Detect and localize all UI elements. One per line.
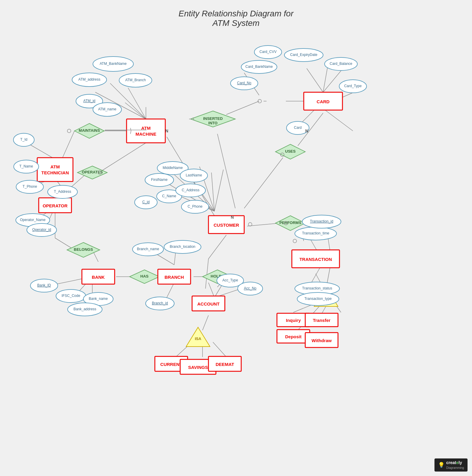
svg-text:TRANSACTION: TRANSACTION: [299, 257, 332, 262]
svg-line-54: [301, 109, 316, 123]
svg-text:BELONGS: BELONGS: [74, 247, 93, 252]
svg-text:Bank_name: Bank_name: [89, 297, 108, 301]
svg-line-1: [63, 131, 74, 158]
svg-line-53: [323, 109, 353, 131]
canvas: Entity Relationship Diagram for ATM Syst…: [0, 0, 472, 476]
svg-point-214: [258, 99, 261, 103]
svg-text:Transaction_id: Transaction_id: [310, 219, 333, 223]
svg-line-8: [27, 143, 55, 159]
svg-text:T_Id: T_Id: [20, 137, 27, 142]
watermark: 💡 creately Diagramming: [434, 458, 468, 472]
svg-text:CARD: CARD: [317, 99, 329, 104]
svg-text:Inquiry: Inquiry: [286, 318, 301, 323]
svg-rect-90: [127, 119, 165, 143]
svg-line-68: [205, 259, 208, 289]
svg-line-50: [323, 67, 328, 92]
svg-text:PERFORMS: PERFORMS: [279, 220, 301, 225]
svg-text:LastName: LastName: [186, 173, 202, 177]
svg-text:ACCOUNT: ACCOUNT: [197, 301, 220, 306]
svg-text:DEEMAT: DEEMAT: [216, 362, 234, 367]
svg-point-211: [248, 223, 252, 226]
svg-text:CUSTOMER: CUSTOMER: [214, 223, 239, 228]
svg-text:C_Address: C_Address: [182, 188, 199, 192]
svg-line-25: [174, 251, 176, 265]
svg-text:Operator_Name: Operator_Name: [20, 218, 46, 222]
svg-text:FirstName: FirstName: [151, 178, 168, 182]
svg-line-67: [208, 235, 226, 259]
svg-text:N: N: [231, 215, 234, 220]
svg-rect-93: [37, 158, 73, 181]
svg-line-47: [226, 101, 259, 115]
svg-text:Acc_Type: Acc_Type: [222, 278, 238, 282]
svg-line-29: [208, 283, 214, 298]
svg-text:N: N: [165, 129, 168, 133]
svg-line-32: [202, 315, 208, 330]
svg-text:T_Phone: T_Phone: [23, 184, 37, 189]
svg-text:CURRENT: CURRENT: [160, 362, 182, 367]
svg-text:T_Address: T_Address: [54, 190, 71, 194]
svg-line-49: [307, 68, 323, 92]
svg-text:Transaction_status: Transaction_status: [302, 286, 332, 290]
svg-text:Card_BankName: Card_BankName: [245, 65, 273, 69]
svg-text:MAINTAINS: MAINTAINS: [79, 128, 100, 133]
svg-text:ATM_BankName: ATM_BankName: [100, 62, 127, 66]
svg-text:TECHNICIAN: TECHNICIAN: [41, 170, 69, 175]
svg-text:Branch_name: Branch_name: [137, 247, 159, 251]
svg-line-12: [101, 143, 146, 171]
svg-text:Card_ExpiryDate: Card_ExpiryDate: [290, 53, 317, 57]
svg-text:T_Name: T_Name: [19, 164, 33, 168]
svg-text:ATM_Branch: ATM_Branch: [125, 78, 146, 82]
svg-text:MiddleName: MiddleName: [163, 166, 183, 170]
svg-text:Operator_id: Operator_id: [32, 228, 51, 232]
svg-text:ATM_address: ATM_address: [78, 77, 100, 82]
svg-text:HAS: HAS: [140, 274, 149, 278]
svg-text:SAVINGS: SAVINGS: [188, 365, 208, 370]
svg-line-57: [244, 158, 283, 208]
svg-text:USES: USES: [285, 149, 296, 154]
brand-text: creately Diagramming: [446, 460, 464, 470]
svg-text:Bank_address: Bank_address: [74, 307, 96, 311]
svg-text:Transaction_type: Transaction_type: [304, 297, 332, 301]
svg-text:MACHINE: MACHINE: [135, 131, 156, 137]
svg-text:Transaction_time: Transaction_time: [302, 231, 329, 235]
svg-point-206: [67, 129, 71, 133]
svg-text:Card: Card: [294, 126, 302, 130]
svg-text:Bank_ID: Bank_ID: [37, 283, 51, 287]
svg-text:ISA: ISA: [195, 336, 201, 341]
svg-text:OPERATOR: OPERATOR: [43, 203, 68, 208]
svg-text:BANK: BANK: [92, 275, 105, 280]
svg-text:IFSC_Code: IFSC_Code: [62, 294, 80, 298]
svg-text:Branch_location: Branch_location: [170, 245, 195, 249]
svg-text:ATM_name: ATM_name: [98, 107, 116, 111]
bulb-icon: 💡: [438, 462, 445, 468]
svg-text:ATM_id: ATM_id: [83, 99, 95, 103]
svg-text:Transfer: Transfer: [313, 318, 330, 323]
svg-text:ATM: ATM: [50, 164, 60, 169]
svg-line-41: [211, 173, 214, 211]
svg-text:Card_Balance: Card_Balance: [330, 62, 352, 66]
svg-text:Withdraw: Withdraw: [311, 338, 332, 343]
svg-text:Acc_No: Acc_No: [244, 286, 256, 290]
er-diagram: MAINTAINS OPERATES BELONGS HAS HOLDS INS…: [0, 0, 472, 476]
svg-point-209: [293, 239, 297, 243]
svg-line-46: [217, 134, 235, 208]
svg-line-35: [213, 342, 226, 357]
svg-text:C_Name: C_Name: [162, 194, 176, 198]
svg-text:C_id: C_id: [142, 200, 150, 204]
svg-line-42: [214, 170, 223, 211]
svg-text:Card_CVV: Card_CVV: [259, 50, 276, 54]
svg-text:BRANCH: BRANCH: [165, 275, 184, 280]
svg-text:Deposit: Deposit: [285, 334, 301, 339]
svg-text:N: N: [305, 129, 308, 133]
svg-text:C_Phone: C_Phone: [188, 204, 202, 209]
svg-text:INTO: INTO: [208, 121, 218, 125]
svg-text:Card_Type: Card_Type: [344, 84, 362, 88]
svg-text:Card_No: Card_No: [237, 81, 251, 85]
svg-text:Branch_id: Branch_id: [152, 301, 168, 305]
svg-text:INSERTED: INSERTED: [203, 116, 223, 121]
svg-line-7: [125, 103, 146, 119]
